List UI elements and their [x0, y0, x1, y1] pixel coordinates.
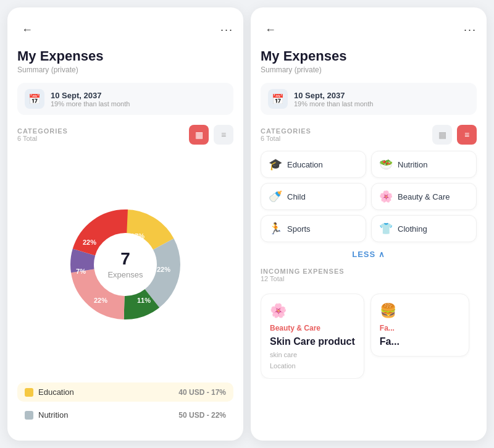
donut-label: Expenses	[107, 270, 143, 279]
left-section-header: CATEGORIES 6 Total ▦ ≡	[17, 125, 233, 145]
incoming-second-title: Fa...	[380, 336, 460, 347]
right-calendar-icon: 📅	[268, 89, 288, 109]
category-name-sports: Sports	[287, 224, 311, 234]
category-name-nutrition: Nutrition	[398, 160, 427, 169]
less-button[interactable]: LESS ∧	[261, 250, 477, 259]
svg-text:11%: 11%	[137, 297, 151, 304]
svg-text:22%: 22%	[83, 239, 96, 246]
category-chip-sports[interactable]: 🏃 Sports	[261, 215, 366, 242]
incoming-cards-scroll: 🌸 Beauty & Care Skin Care product skin c…	[261, 289, 477, 379]
incoming-beauty-title: Skin Care product	[270, 336, 355, 347]
legend-value-nutrition: 50 USD - 22%	[178, 411, 226, 420]
right-date: 10 Sept, 2037	[294, 91, 373, 100]
left-donut-chart: 17% 22% 11% 22% 7% 22% 7 Expenses	[17, 156, 233, 373]
left-page-title: My Expenses	[17, 48, 233, 64]
svg-text:22%: 22%	[157, 266, 170, 273]
category-name-beauty: Beauty & Care	[398, 192, 450, 201]
category-chip-nutrition[interactable]: 🥗 Nutrition	[371, 151, 477, 178]
legend-dot-education	[25, 388, 33, 397]
right-more-button[interactable]: ···	[464, 23, 477, 36]
incoming-label: INCOMING EXPENSES	[261, 268, 345, 275]
legend-value-education: 40 USD - 17%	[178, 388, 226, 397]
incoming-card-beauty: 🌸 Beauty & Care Skin Care product skin c…	[261, 289, 364, 379]
left-calendar-icon: 📅	[25, 89, 44, 109]
incoming-card-beauty-content[interactable]: 🌸 Beauty & Care Skin Care product skin c…	[261, 294, 364, 379]
left-date-sub: 19% more than last month	[51, 100, 130, 108]
incoming-card-second-content[interactable]: 🍔 Fa... Fa...	[371, 294, 469, 357]
right-view-toggle: ▦ ≡	[432, 125, 477, 145]
left-panel: ← ··· My Expenses Summary (private) 📅 10…	[7, 7, 243, 441]
right-date-row: 📅 10 Sept, 2037 19% more than last month	[261, 83, 477, 115]
left-page-subtitle: Summary (private)	[17, 66, 233, 74]
svg-text:22%: 22%	[94, 297, 107, 304]
right-page-subtitle: Summary (private)	[261, 66, 477, 74]
donut-number: 7	[107, 249, 143, 269]
right-categories-total: 6 Total	[261, 135, 311, 142]
left-legend: Education 40 USD - 17% Nutrition 50 USD …	[17, 382, 233, 428]
left-more-button[interactable]: ···	[220, 23, 233, 36]
beauty-icon: 🌸	[379, 190, 393, 203]
right-list-view-btn[interactable]: ≡	[457, 125, 477, 145]
incoming-beauty-sub: skin care	[270, 351, 355, 358]
right-back-button[interactable]: ←	[261, 20, 280, 40]
category-name-education: Education	[287, 160, 323, 169]
right-date-sub: 19% more than last month	[294, 100, 373, 108]
left-date: 10 Sept, 2037	[51, 91, 130, 100]
incoming-second-icon: 🍔	[380, 303, 460, 319]
left-list-view-btn[interactable]: ≡	[214, 125, 233, 145]
incoming-beauty-location: Location	[270, 362, 355, 370]
svg-text:17%: 17%	[131, 232, 144, 240]
donut-center: 7 Expenses	[107, 249, 143, 280]
right-category-grid: 🎓 Education 🥗 Nutrition 🍼 Child 🌸 Beauty…	[261, 151, 477, 242]
legend-dot-nutrition	[25, 411, 33, 420]
left-back-button[interactable]: ←	[17, 20, 37, 40]
category-chip-beauty[interactable]: 🌸 Beauty & Care	[371, 183, 477, 210]
svg-text:7%: 7%	[76, 268, 86, 275]
incoming-second-category: Fa...	[380, 324, 460, 332]
left-chart-view-btn[interactable]: ▦	[189, 125, 209, 145]
education-icon: 🎓	[269, 158, 282, 171]
incoming-card-second: 🍔 Fa... Fa...	[371, 289, 469, 379]
right-chart-view-btn[interactable]: ▦	[432, 125, 452, 145]
category-name-child: Child	[287, 192, 306, 201]
right-page-title: My Expenses	[261, 48, 477, 64]
legend-name-nutrition: Nutrition	[38, 410, 178, 420]
legend-name-education: Education	[38, 387, 178, 397]
right-section-header: CATEGORIES 6 Total ▦ ≡	[261, 125, 477, 145]
incoming-beauty-icon: 🌸	[270, 303, 355, 319]
category-chip-clothing[interactable]: 👕 Clothing	[371, 215, 477, 242]
incoming-beauty-category: Beauty & Care	[270, 324, 355, 332]
nutrition-icon: 🥗	[379, 158, 393, 171]
category-name-clothing: Clothing	[398, 224, 427, 234]
right-categories-label: CATEGORIES	[261, 127, 311, 135]
left-top-bar: ← ···	[17, 20, 233, 40]
legend-item-nutrition[interactable]: Nutrition 50 USD - 22%	[17, 405, 233, 425]
child-icon: 🍼	[269, 190, 282, 203]
left-date-row: 📅 10 Sept, 2037 19% more than last month	[17, 83, 233, 115]
right-top-bar: ← ···	[261, 20, 477, 40]
right-incoming-header: INCOMING EXPENSES 12 Total	[261, 268, 477, 282]
right-panel: ← ··· My Expenses Summary (private) 📅 10…	[251, 7, 487, 441]
left-view-toggle: ▦ ≡	[189, 125, 233, 145]
left-categories-total: 6 Total	[17, 135, 68, 142]
legend-item-education[interactable]: Education 40 USD - 17%	[17, 382, 233, 402]
category-chip-education[interactable]: 🎓 Education	[261, 151, 366, 178]
clothing-icon: 👕	[379, 222, 393, 235]
incoming-total: 12 Total	[261, 275, 345, 282]
category-chip-child[interactable]: 🍼 Child	[261, 183, 366, 210]
sports-icon: 🏃	[269, 222, 282, 235]
left-categories-label: CATEGORIES	[17, 127, 68, 135]
